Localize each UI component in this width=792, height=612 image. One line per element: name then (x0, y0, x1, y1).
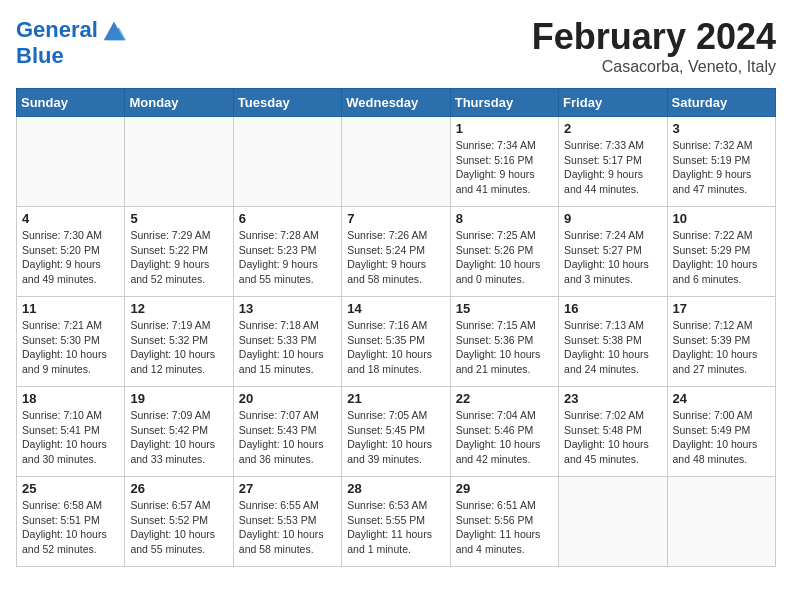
calendar-cell: 12Sunrise: 7:19 AM Sunset: 5:32 PM Dayli… (125, 297, 233, 387)
day-info: Sunrise: 7:05 AM Sunset: 5:45 PM Dayligh… (347, 408, 444, 467)
month-title: February 2024 (532, 16, 776, 58)
calendar-cell: 19Sunrise: 7:09 AM Sunset: 5:42 PM Dayli… (125, 387, 233, 477)
calendar-cell: 9Sunrise: 7:24 AM Sunset: 5:27 PM Daylig… (559, 207, 667, 297)
day-info: Sunrise: 7:24 AM Sunset: 5:27 PM Dayligh… (564, 228, 661, 287)
calendar-cell: 3Sunrise: 7:32 AM Sunset: 5:19 PM Daylig… (667, 117, 775, 207)
day-number: 5 (130, 211, 227, 226)
location-title: Casacorba, Veneto, Italy (532, 58, 776, 76)
col-header-wednesday: Wednesday (342, 89, 450, 117)
day-number: 17 (673, 301, 770, 316)
col-header-thursday: Thursday (450, 89, 558, 117)
day-info: Sunrise: 7:34 AM Sunset: 5:16 PM Dayligh… (456, 138, 553, 197)
day-info: Sunrise: 7:15 AM Sunset: 5:36 PM Dayligh… (456, 318, 553, 377)
calendar-cell: 4Sunrise: 7:30 AM Sunset: 5:20 PM Daylig… (17, 207, 125, 297)
day-info: Sunrise: 6:51 AM Sunset: 5:56 PM Dayligh… (456, 498, 553, 557)
day-info: Sunrise: 7:26 AM Sunset: 5:24 PM Dayligh… (347, 228, 444, 287)
day-number: 10 (673, 211, 770, 226)
logo-text-2: Blue (16, 44, 128, 68)
day-info: Sunrise: 7:25 AM Sunset: 5:26 PM Dayligh… (456, 228, 553, 287)
day-info: Sunrise: 7:33 AM Sunset: 5:17 PM Dayligh… (564, 138, 661, 197)
logo-text: General (16, 18, 98, 42)
calendar-cell (559, 477, 667, 567)
day-info: Sunrise: 7:32 AM Sunset: 5:19 PM Dayligh… (673, 138, 770, 197)
col-header-tuesday: Tuesday (233, 89, 341, 117)
day-info: Sunrise: 7:07 AM Sunset: 5:43 PM Dayligh… (239, 408, 336, 467)
calendar-cell: 6Sunrise: 7:28 AM Sunset: 5:23 PM Daylig… (233, 207, 341, 297)
day-info: Sunrise: 7:29 AM Sunset: 5:22 PM Dayligh… (130, 228, 227, 287)
day-number: 12 (130, 301, 227, 316)
calendar-cell: 15Sunrise: 7:15 AM Sunset: 5:36 PM Dayli… (450, 297, 558, 387)
day-number: 16 (564, 301, 661, 316)
day-info: Sunrise: 7:10 AM Sunset: 5:41 PM Dayligh… (22, 408, 119, 467)
calendar-cell: 10Sunrise: 7:22 AM Sunset: 5:29 PM Dayli… (667, 207, 775, 297)
day-number: 1 (456, 121, 553, 136)
day-info: Sunrise: 7:19 AM Sunset: 5:32 PM Dayligh… (130, 318, 227, 377)
calendar-week-row: 25Sunrise: 6:58 AM Sunset: 5:51 PM Dayli… (17, 477, 776, 567)
day-number: 25 (22, 481, 119, 496)
day-info: Sunrise: 6:58 AM Sunset: 5:51 PM Dayligh… (22, 498, 119, 557)
calendar-cell: 7Sunrise: 7:26 AM Sunset: 5:24 PM Daylig… (342, 207, 450, 297)
day-info: Sunrise: 7:21 AM Sunset: 5:30 PM Dayligh… (22, 318, 119, 377)
day-info: Sunrise: 7:22 AM Sunset: 5:29 PM Dayligh… (673, 228, 770, 287)
col-header-friday: Friday (559, 89, 667, 117)
calendar-cell: 8Sunrise: 7:25 AM Sunset: 5:26 PM Daylig… (450, 207, 558, 297)
day-number: 18 (22, 391, 119, 406)
calendar-cell (125, 117, 233, 207)
day-info: Sunrise: 6:53 AM Sunset: 5:55 PM Dayligh… (347, 498, 444, 557)
calendar-cell: 25Sunrise: 6:58 AM Sunset: 5:51 PM Dayli… (17, 477, 125, 567)
calendar-cell: 5Sunrise: 7:29 AM Sunset: 5:22 PM Daylig… (125, 207, 233, 297)
calendar-header-row: SundayMondayTuesdayWednesdayThursdayFrid… (17, 89, 776, 117)
day-number: 9 (564, 211, 661, 226)
calendar-cell: 2Sunrise: 7:33 AM Sunset: 5:17 PM Daylig… (559, 117, 667, 207)
col-header-saturday: Saturday (667, 89, 775, 117)
calendar-week-row: 4Sunrise: 7:30 AM Sunset: 5:20 PM Daylig… (17, 207, 776, 297)
calendar-cell: 28Sunrise: 6:53 AM Sunset: 5:55 PM Dayli… (342, 477, 450, 567)
day-info: Sunrise: 7:00 AM Sunset: 5:49 PM Dayligh… (673, 408, 770, 467)
day-number: 13 (239, 301, 336, 316)
day-number: 3 (673, 121, 770, 136)
calendar-cell: 29Sunrise: 6:51 AM Sunset: 5:56 PM Dayli… (450, 477, 558, 567)
day-number: 27 (239, 481, 336, 496)
day-info: Sunrise: 7:04 AM Sunset: 5:46 PM Dayligh… (456, 408, 553, 467)
calendar-cell: 21Sunrise: 7:05 AM Sunset: 5:45 PM Dayli… (342, 387, 450, 477)
calendar-cell (667, 477, 775, 567)
day-info: Sunrise: 6:57 AM Sunset: 5:52 PM Dayligh… (130, 498, 227, 557)
day-info: Sunrise: 6:55 AM Sunset: 5:53 PM Dayligh… (239, 498, 336, 557)
day-info: Sunrise: 7:28 AM Sunset: 5:23 PM Dayligh… (239, 228, 336, 287)
calendar-cell: 11Sunrise: 7:21 AM Sunset: 5:30 PM Dayli… (17, 297, 125, 387)
day-number: 29 (456, 481, 553, 496)
calendar-week-row: 1Sunrise: 7:34 AM Sunset: 5:16 PM Daylig… (17, 117, 776, 207)
day-info: Sunrise: 7:09 AM Sunset: 5:42 PM Dayligh… (130, 408, 227, 467)
calendar-cell: 23Sunrise: 7:02 AM Sunset: 5:48 PM Dayli… (559, 387, 667, 477)
day-number: 26 (130, 481, 227, 496)
day-number: 23 (564, 391, 661, 406)
day-number: 20 (239, 391, 336, 406)
calendar-table: SundayMondayTuesdayWednesdayThursdayFrid… (16, 88, 776, 567)
calendar-cell: 17Sunrise: 7:12 AM Sunset: 5:39 PM Dayli… (667, 297, 775, 387)
col-header-sunday: Sunday (17, 89, 125, 117)
day-number: 2 (564, 121, 661, 136)
day-number: 28 (347, 481, 444, 496)
logo-icon (100, 16, 128, 44)
day-number: 7 (347, 211, 444, 226)
day-number: 14 (347, 301, 444, 316)
calendar-cell: 22Sunrise: 7:04 AM Sunset: 5:46 PM Dayli… (450, 387, 558, 477)
day-number: 6 (239, 211, 336, 226)
calendar-cell: 16Sunrise: 7:13 AM Sunset: 5:38 PM Dayli… (559, 297, 667, 387)
day-info: Sunrise: 7:12 AM Sunset: 5:39 PM Dayligh… (673, 318, 770, 377)
calendar-cell: 1Sunrise: 7:34 AM Sunset: 5:16 PM Daylig… (450, 117, 558, 207)
calendar-cell: 27Sunrise: 6:55 AM Sunset: 5:53 PM Dayli… (233, 477, 341, 567)
calendar-cell (17, 117, 125, 207)
day-info: Sunrise: 7:30 AM Sunset: 5:20 PM Dayligh… (22, 228, 119, 287)
logo: General Blue (16, 16, 128, 68)
day-number: 19 (130, 391, 227, 406)
calendar-cell: 14Sunrise: 7:16 AM Sunset: 5:35 PM Dayli… (342, 297, 450, 387)
col-header-monday: Monday (125, 89, 233, 117)
calendar-week-row: 11Sunrise: 7:21 AM Sunset: 5:30 PM Dayli… (17, 297, 776, 387)
day-number: 21 (347, 391, 444, 406)
day-number: 8 (456, 211, 553, 226)
day-info: Sunrise: 7:13 AM Sunset: 5:38 PM Dayligh… (564, 318, 661, 377)
day-info: Sunrise: 7:18 AM Sunset: 5:33 PM Dayligh… (239, 318, 336, 377)
day-number: 15 (456, 301, 553, 316)
day-info: Sunrise: 7:16 AM Sunset: 5:35 PM Dayligh… (347, 318, 444, 377)
